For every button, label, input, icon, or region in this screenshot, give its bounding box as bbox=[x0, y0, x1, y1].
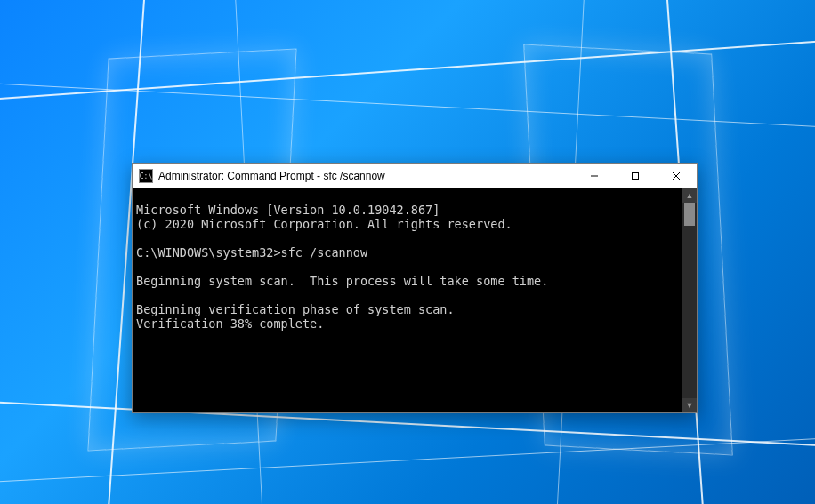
cmd-icon: C:\ bbox=[139, 169, 153, 183]
scroll-thumb[interactable] bbox=[684, 203, 695, 226]
maximize-button[interactable] bbox=[615, 164, 656, 188]
minimize-button[interactable] bbox=[574, 164, 615, 188]
titlebar[interactable]: C:\ Administrator: Command Prompt - sfc … bbox=[133, 164, 697, 188]
console-area: Microsoft Windows [Version 10.0.19042.86… bbox=[133, 188, 697, 412]
scroll-up-button[interactable]: ▲ bbox=[682, 188, 697, 203]
console-output[interactable]: Microsoft Windows [Version 10.0.19042.86… bbox=[133, 201, 682, 401]
close-button[interactable] bbox=[656, 164, 697, 188]
scroll-down-button[interactable]: ▼ bbox=[682, 398, 697, 412]
svg-rect-1 bbox=[633, 173, 639, 180]
vertical-scrollbar[interactable]: ▲ ▼ bbox=[682, 188, 697, 412]
command-prompt-window[interactable]: C:\ Administrator: Command Prompt - sfc … bbox=[132, 163, 698, 413]
window-controls bbox=[574, 164, 697, 188]
desktop-wallpaper: C:\ Administrator: Command Prompt - sfc … bbox=[0, 0, 815, 504]
window-title: Administrator: Command Prompt - sfc /sca… bbox=[158, 170, 385, 182]
